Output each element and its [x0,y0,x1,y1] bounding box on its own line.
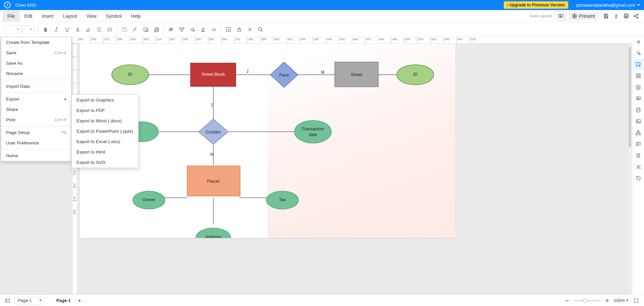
menu-symbol[interactable]: Symbol [101,11,126,21]
canvas-viewport[interactable]: 2 M 1 M ID Srteet Block Face Street ID [77,44,632,295]
slides-icon[interactable] [633,93,644,104]
shape-alt2-button[interactable] [152,24,162,35]
svg-rect-2 [605,14,607,15]
checklist-button[interactable] [223,24,233,35]
menu-insert[interactable]: Insert [37,11,58,21]
file-export[interactable]: Export [1,94,71,104]
fullscreen-button[interactable] [632,296,641,305]
zoom-out-button[interactable] [564,297,570,304]
zoom-in-button[interactable] [604,297,610,304]
file-share[interactable]: Share [1,104,71,115]
file-home[interactable]: Home [1,150,71,161]
svg-text:Owner: Owner [143,197,156,202]
menu-view[interactable]: View [82,11,101,21]
history-icon[interactable] [633,173,644,184]
svg-text:date: date [309,132,317,137]
vertical-ruler: 100110120130140150160170180 [72,44,77,295]
tools-button[interactable] [245,24,255,35]
vertical-scrollbar[interactable] [629,47,631,147]
print-button[interactable] [621,11,631,21]
file-import-data[interactable]: Import Data [1,81,71,91]
tab-page-1[interactable]: Page-1 [52,296,75,305]
file-rename[interactable]: Rename [1,68,71,79]
export-excel[interactable]: Export to Excel (.xlsx) [72,136,138,147]
font-size-select[interactable] [22,25,34,34]
database-icon[interactable] [633,105,644,115]
underline-button[interactable] [62,24,72,35]
file-print[interactable]: PrintCtrl+P [1,115,71,125]
shape-panel-icon[interactable] [633,59,644,70]
svg-rect-16 [155,28,158,32]
svg-rect-18 [182,27,184,29]
card-label-m2: M [210,152,214,157]
export-ppt[interactable]: Export to PowerPoint (.pptx) [72,126,138,136]
text-tool-button[interactable]: T [119,24,129,35]
collapse-right-icon[interactable] [633,38,644,46]
menu-file[interactable]: File [3,11,20,21]
card-label-1: 1 [211,103,213,107]
font-family-select[interactable] [5,25,21,34]
add-tab-button[interactable] [75,296,84,305]
page-layout-icon[interactable] [3,297,11,304]
present-button[interactable]: Present [569,12,598,20]
connector-button[interactable] [130,24,140,35]
menu-edit[interactable]: Edit [20,11,37,21]
svg-text:Transaction: Transaction [302,126,324,131]
file-create-template[interactable]: Create from Template [1,37,71,48]
svg-point-20 [194,30,195,31]
shape-alt1-button[interactable] [141,24,151,35]
line-style-button[interactable] [209,24,219,35]
export-svg[interactable]: Export to SVG [72,157,138,168]
page-select[interactable]: Page-1 [15,297,45,304]
svg-text:Contain: Contain [206,129,221,134]
file-save[interactable]: SaveCtrl+S [1,48,71,58]
italic-button[interactable] [51,24,61,35]
save-button[interactable] [601,11,611,21]
lock-button[interactable] [234,24,244,35]
zoom-slider[interactable] [574,300,600,301]
align-left-button[interactable] [166,24,176,35]
account-menu[interactable]: pizzaaandparatha@gmail.com [576,3,640,8]
style-fill-icon[interactable] [633,48,644,58]
share-button[interactable] [631,11,641,21]
search-button[interactable] [256,24,266,35]
horizontal-ruler [72,37,632,44]
presentation-mode-button[interactable] [556,11,566,21]
download-button[interactable] [611,11,621,21]
sitemap-icon[interactable] [633,127,644,138]
svg-rect-3 [605,16,607,18]
export-pdf[interactable]: Export to PDF [72,105,138,116]
export-word[interactable]: Export to Word (.docx) [72,116,138,126]
menu-layout[interactable]: Layout [58,11,82,21]
menu-help[interactable]: Help [126,11,146,21]
fill-button[interactable] [187,24,198,35]
file-save-as[interactable]: Save As [1,58,71,68]
document-title[interactable]: Chen ERD [15,3,36,8]
line-spacing-button[interactable] [105,24,115,35]
zoom-level[interactable]: 100% [614,298,629,303]
align-panel-icon[interactable] [633,150,644,161]
svg-rect-61 [636,142,640,145]
file-user-pref[interactable]: User Preference [1,138,71,148]
shuffle-icon[interactable] [633,162,644,172]
right-toolstrip [632,37,644,295]
upgrade-button[interactable]: Upgrade to Premium Version [504,1,568,9]
svg-rect-56 [636,120,640,123]
text-color-button[interactable] [73,24,83,35]
svg-point-55 [636,108,640,109]
comments-icon[interactable] [633,139,644,149]
highlight-button[interactable] [84,24,94,35]
bold-button[interactable] [41,24,51,35]
grid-icon[interactable] [633,70,644,81]
svg-text:Parcel: Parcel [207,179,220,184]
distribute-button[interactable] [177,24,187,35]
export-html[interactable]: Export to Html [72,147,138,157]
attr-transaction-date[interactable] [294,120,331,143]
image-icon[interactable] [633,116,644,127]
stroke-color-button[interactable] [198,24,208,35]
layers-icon[interactable] [633,82,644,93]
app-logo[interactable] [4,2,11,8]
align-button[interactable] [94,24,104,35]
export-graphics[interactable]: Export to Graphics [72,95,138,105]
file-page-setup[interactable]: Page SetupF6 [1,127,71,138]
